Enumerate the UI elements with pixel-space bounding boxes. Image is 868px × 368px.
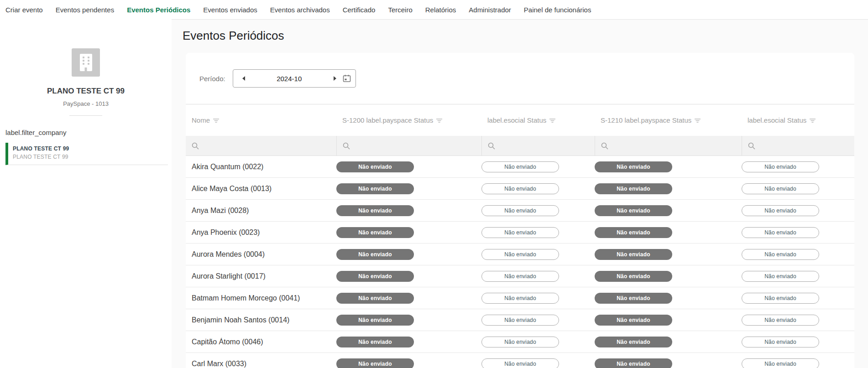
nav-item-eventos-peri-dicos[interactable]: Eventos Periódicos [127,6,190,14]
status-cell: Não enviado [742,293,854,304]
search-icon [488,142,495,150]
table-row[interactable]: Aurora Starlight (0017)Não enviadoNão en… [186,265,854,287]
status-cell: Não enviado [595,315,742,326]
table-row[interactable]: Akira Quantum (0022)Não enviadoNão envia… [186,156,854,178]
status-badge-filled: Não enviado [595,358,672,368]
status-badge-filled: Não enviado [595,249,672,260]
period-picker[interactable]: 2024-10 [233,69,356,88]
column-header-0: Nome [186,116,336,124]
status-cell: Não enviado [336,271,481,282]
status-badge-outline: Não enviado [742,249,819,260]
filter-icon[interactable] [213,118,219,123]
status-cell: Não enviado [595,337,742,347]
status-badge-filled: Não enviado [595,271,672,282]
status-badge-outline: Não enviado [481,205,559,216]
status-badge-outline: Não enviado [481,293,559,304]
table-row[interactable]: Batmam Homem Morcego (0041)Não enviadoNã… [186,287,854,309]
filter-icon[interactable] [695,118,701,123]
sidebar-divider [69,115,102,116]
status-badge-filled: Não enviado [336,183,414,194]
company-logo [72,48,100,77]
column-search-cell-4 [742,136,854,155]
column-search-input-4[interactable] [759,142,844,150]
employee-name: Aurora Mendes (0004) [186,250,336,259]
nav-item-eventos-pendentes[interactable]: Eventos pendentes [56,6,114,14]
status-cell: Não enviado [481,337,595,347]
filter-icon[interactable] [436,118,442,123]
table-search-row [186,136,854,156]
table-row[interactable]: Carl Marx (0033)Não enviadoNão enviadoNã… [186,353,854,368]
status-cell: Não enviado [336,315,481,326]
status-cell: Não enviado [481,315,595,326]
column-search-input-0[interactable] [203,142,319,150]
status-cell: Não enviado [595,227,742,238]
status-cell: Não enviado [742,271,854,282]
status-cell: Não enviado [481,205,595,216]
nav-item-relat-rios[interactable]: Relatórios [425,6,456,14]
status-badge-outline: Não enviado [742,161,819,172]
status-badge-filled: Não enviado [595,337,672,347]
status-cell: Não enviado [336,337,481,347]
search-icon [192,142,199,150]
period-label: Período: [199,75,225,83]
status-badge-outline: Não enviado [742,271,819,282]
period-section: Período: 2024-10 [186,53,854,104]
column-header-label: S-1200 label.payspace Status [342,116,433,124]
column-header-3: S-1210 label.payspace Status [595,116,742,124]
table-row[interactable]: Benjamin Noah Santos (0014)Não enviadoNã… [186,309,854,331]
column-search-input-1[interactable] [354,142,465,150]
status-badge-filled: Não enviado [336,249,414,260]
table-body: Akira Quantum (0022)Não enviadoNão envia… [186,156,854,368]
column-search-cell-0 [186,136,336,155]
chevron-right-icon [334,76,336,81]
filter-icon[interactable] [810,118,816,123]
nav-item-terceiro[interactable]: Terceiro [388,6,412,14]
table-row[interactable]: Anya Phoenix (0023)Não enviadoNão enviad… [186,222,854,244]
table-row[interactable]: Aurora Mendes (0004)Não enviadoNão envia… [186,244,854,265]
employee-name: Benjamin Noah Santos (0014) [186,316,336,324]
filter-icon[interactable] [549,118,555,123]
employee-name: Alice Maya Costa (0013) [186,185,336,193]
table-row[interactable]: Alice Maya Costa (0013)Não enviadoNão en… [186,178,854,200]
status-cell: Não enviado [742,337,854,347]
table-row[interactable]: Anya Mazi (0028)Não enviadoNão enviadoNã… [186,200,854,222]
nav-item-painel-de-funcion-rios[interactable]: Painel de funcionários [524,6,591,14]
nav-item-administrador[interactable]: Administrador [469,6,511,14]
period-prev-button[interactable] [238,70,250,87]
column-header-1: S-1200 label.payspace Status [336,116,481,124]
status-badge-outline: Não enviado [742,227,819,238]
search-icon [748,142,755,150]
nav-item-certificado[interactable]: Certificado [343,6,376,14]
employee-name: Aurora Starlight (0017) [186,272,336,280]
column-search-cell-1 [336,136,481,155]
status-badge-filled: Não enviado [336,337,414,347]
nav-item-criar-evento[interactable]: Criar evento [5,6,43,14]
status-cell: Não enviado [481,183,595,194]
status-badge-filled: Não enviado [336,358,414,368]
period-value[interactable]: 2024-10 [250,75,329,83]
column-search-input-3[interactable] [612,142,724,150]
column-header-2: label.esocial Status [481,116,595,124]
table-row[interactable]: Capitão Átomo (0046)Não enviadoNão envia… [186,331,854,353]
column-search-input-2[interactable] [499,142,584,150]
status-cell: Não enviado [481,161,595,172]
main-panel: Eventos Periódicos Período: 2024-10 [172,19,868,368]
status-cell: Não enviado [336,205,481,216]
status-badge-filled: Não enviado [595,161,672,172]
column-header-label: S-1210 label.payspace Status [601,116,691,124]
company-list-item-selected[interactable]: PLANO TESTE CT 99 PLANO TESTE CT 99 [5,143,168,165]
status-badge-outline: Não enviado [481,227,559,238]
column-search-cell-3 [595,136,742,155]
status-cell: Não enviado [336,293,481,304]
calendar-icon[interactable] [343,74,351,83]
status-cell: Não enviado [742,315,854,326]
nav-item-eventos-enviados[interactable]: Eventos enviados [203,6,257,14]
status-badge-filled: Não enviado [336,161,414,172]
employee-name: Anya Phoenix (0023) [186,228,336,237]
nav-item-eventos-archivados[interactable]: Eventos archivados [270,6,330,14]
column-header-4: label.esocial Status [742,116,854,124]
period-next-button[interactable] [329,70,341,87]
column-header-label: Nome [192,116,210,124]
status-cell: Não enviado [595,205,742,216]
status-badge-filled: Não enviado [595,315,672,326]
